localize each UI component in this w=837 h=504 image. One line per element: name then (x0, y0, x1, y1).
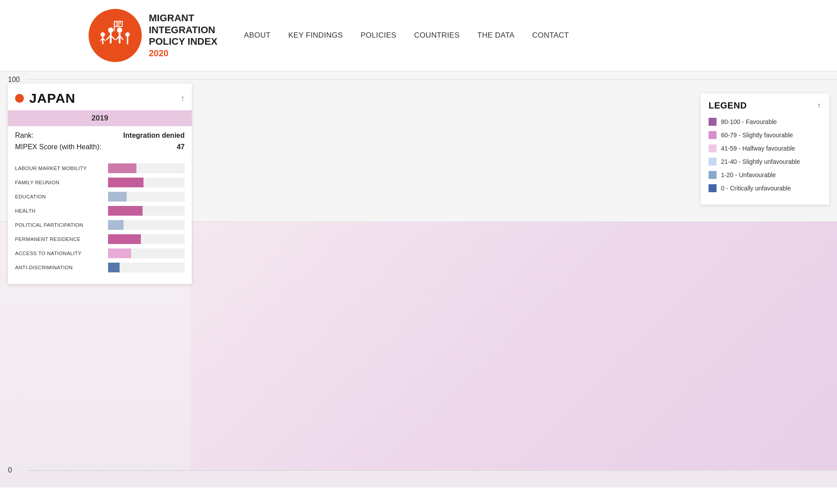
category-bar-fill (108, 234, 141, 244)
logo-text: MIGRANT INTEGRATION POLICY INDEX 2020 (149, 12, 217, 58)
logo-title-line: MIGRANT (149, 12, 217, 24)
score-row: MIPEX Score (with Health): 47 (15, 143, 185, 151)
svg-point-8 (117, 27, 122, 33)
category-bar-container (108, 192, 185, 202)
nav-about[interactable]: ABOUT (244, 31, 271, 40)
card-collapse-button[interactable]: ↑ (181, 94, 185, 103)
nav-contact[interactable]: CONTACT (532, 31, 569, 40)
legend-item: 41-59 - Halfway favourable (709, 144, 821, 152)
country-card-header: JAPAN ↑ (8, 84, 192, 110)
category-bar-container (108, 220, 185, 230)
legend-header: LEGEND ↑ (709, 101, 821, 111)
score-value: 47 (177, 143, 185, 151)
logo-area: MIGRANT INTEGRATION POLICY INDEX 2020 (89, 9, 217, 62)
site-header: MIGRANT INTEGRATION POLICY INDEX 2020 AB… (0, 0, 837, 71)
legend-swatch (709, 144, 717, 152)
country-indicator-dot (15, 94, 24, 103)
legend-title: LEGEND (709, 101, 747, 111)
score-label: MIPEX Score (with Health): (15, 143, 101, 151)
categories-section: LABOUR MARKET MOBILITYFAMILY REUNIONEDUC… (8, 160, 192, 284)
category-bar-container (108, 178, 185, 187)
category-bar-fill (108, 220, 124, 230)
rank-value: Integration denied (123, 132, 185, 140)
category-label: ACCESS TO NATIONALITY (15, 251, 104, 256)
category-label: ANTI-DISCRIMINATION (15, 265, 104, 270)
category-bar-container (108, 248, 185, 258)
category-row: PERMANENT RESIDENCE (15, 234, 185, 244)
category-label: FAMILY REUNION (15, 180, 104, 185)
legend-item-label: 21-40 - Slightly unfavourable (721, 158, 800, 165)
nav-key-findings[interactable]: KEY FINDINGS (288, 31, 343, 40)
country-name-row: JAPAN (15, 91, 75, 106)
legend-swatch (709, 118, 717, 126)
rank-row: Rank: Integration denied (15, 132, 185, 140)
category-label: LABOUR MARKET MOBILITY (15, 166, 104, 171)
legend-item-label: 60-79 - Slightly favourable (721, 132, 793, 139)
category-bar-fill (108, 178, 143, 187)
category-row: POLITICAL PARTICIPATION (15, 220, 185, 230)
y-axis-min-label: 0 (8, 466, 12, 474)
legend-item: 60-79 - Slightly favourable (709, 131, 821, 139)
legend-panel: LEGEND ↑ 80-100 - Favourable60-79 - Slig… (701, 93, 829, 205)
logo-circle (89, 9, 142, 62)
category-bar-container (108, 234, 185, 244)
svg-point-12 (125, 32, 130, 37)
category-row: ANTI-DISCRIMINATION (15, 263, 185, 272)
legend-item-label: 1-20 - Unfavourable (721, 171, 776, 178)
country-card: JAPAN ↑ 2019 Rank: Integration denied MI… (8, 84, 192, 284)
logo-year: 2020 (149, 48, 217, 58)
legend-item-label: 0 - Critically unfavourable (721, 185, 791, 192)
legend-item: 1-20 - Unfavourable (709, 171, 821, 179)
category-label: HEALTH (15, 208, 104, 213)
category-row: HEALTH (15, 206, 185, 216)
legend-item-label: 80-100 - Favourable (721, 118, 777, 125)
category-row: ACCESS TO NATIONALITY (15, 248, 185, 258)
legend-item: 0 - Critically unfavourable (709, 184, 821, 192)
legend-item-label: 41-59 - Halfway favourable (721, 145, 795, 152)
y-axis-min-line (27, 470, 837, 471)
legend-item: 80-100 - Favourable (709, 118, 821, 126)
category-bar-container (108, 163, 185, 173)
logo-subtitle-line2: POLICY INDEX (149, 36, 217, 47)
svg-point-0 (101, 32, 105, 37)
stats-section: Rank: Integration denied MIPEX Score (wi… (8, 132, 192, 160)
category-bar-fill (108, 206, 143, 216)
chart-bottom-pink (190, 222, 837, 470)
category-bar-fill (108, 163, 136, 173)
category-row: FAMILY REUNION (15, 178, 185, 187)
category-row: EDUCATION (15, 192, 185, 202)
category-bar-container (108, 206, 185, 216)
country-name-label: JAPAN (29, 91, 75, 106)
legend-swatch (709, 171, 717, 179)
category-label: PERMANENT RESIDENCE (15, 236, 104, 242)
svg-point-4 (108, 27, 113, 33)
category-bar-fill (108, 192, 127, 202)
category-row: LABOUR MARKET MOBILITY (15, 163, 185, 173)
legend-swatch (709, 184, 717, 192)
y-axis-max-line (27, 79, 837, 80)
category-label: POLITICAL PARTICIPATION (15, 222, 104, 228)
category-bar-fill (108, 263, 120, 272)
category-bar-container (108, 263, 185, 272)
nav-countries[interactable]: COUNTRIES (414, 31, 460, 40)
legend-swatch (709, 131, 717, 139)
category-label: EDUCATION (15, 194, 104, 199)
y-axis-max-label: 100 (8, 76, 20, 84)
main-content: 100 0 JAPAN ↑ 2019 Rank: Integration den… (0, 71, 837, 488)
year-bar: 2019 (8, 110, 192, 126)
rank-label: Rank: (15, 132, 34, 140)
legend-item: 21-40 - Slightly unfavourable (709, 158, 821, 166)
nav-policies[interactable]: POLICIES (360, 31, 396, 40)
category-bar-fill (108, 248, 131, 258)
main-nav: ABOUT KEY FINDINGS POLICIES COUNTRIES TH… (244, 31, 569, 40)
legend-swatch (709, 158, 717, 166)
logo-subtitle-line1: INTEGRATION (149, 24, 217, 36)
legend-items: 80-100 - Favourable60-79 - Slightly favo… (709, 118, 821, 192)
legend-collapse-button[interactable]: ↑ (817, 101, 821, 110)
nav-the-data[interactable]: THE DATA (477, 31, 515, 40)
